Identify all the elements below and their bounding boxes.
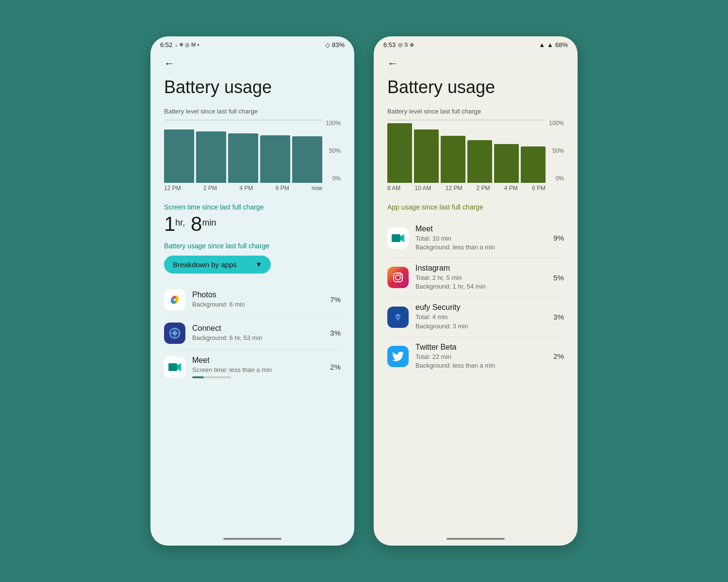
- app-info-connect: Connect Background: 6 hr, 53 min: [192, 324, 320, 342]
- content-right: ← Battery usage Battery level since last…: [374, 51, 578, 534]
- right-phone: 6:53 ◎ S ⊕ ▲ ▲ 68% ← Battery usage Batte…: [374, 36, 578, 546]
- progress-bar-meet: [192, 376, 231, 378]
- app-list-right: Meet Total: 10 min Background: less than…: [387, 219, 564, 376]
- app-info-photos: Photos Background: 6 min: [192, 291, 320, 309]
- app-percent-meet-right: 9%: [549, 234, 564, 242]
- x-6pm: 6 PM: [276, 185, 289, 192]
- progress-bar-fill: [192, 376, 204, 378]
- battery-left: 83%: [332, 41, 345, 48]
- wifi-icon-left: ◇: [325, 41, 330, 48]
- time-left: 6:52: [160, 41, 172, 48]
- app-name-eufy: eufy Security: [415, 303, 544, 312]
- app-icon-eufy: [387, 307, 409, 328]
- page-title-left: Battery usage: [164, 78, 341, 97]
- app-item-connect[interactable]: Connect Background: 6 hr, 53 min 3%: [164, 317, 341, 350]
- chart-label-right: Battery level since last full charge: [387, 108, 564, 115]
- battery-right: 68%: [555, 41, 568, 48]
- svg-rect-6: [168, 363, 177, 371]
- app-list-left: Photos Background: 6 min 7%: [164, 283, 341, 384]
- status-bar-left: 6:52 ↓ ❄ ◎ M • ◇ 83%: [150, 36, 354, 51]
- app-item-meet-left[interactable]: Meet Screen time: less than a min 2%: [164, 350, 341, 384]
- app-name-instagram: Instagram: [415, 264, 544, 273]
- x-6pm-r: 6 PM: [532, 185, 546, 192]
- status-time-left: 6:52 ↓ ❄ ◎ M •: [160, 41, 199, 48]
- app-item-instagram[interactable]: Instagram Total: 2 hr, 5 min Background:…: [387, 258, 564, 297]
- x-12pm-r: 12 PM: [446, 185, 463, 192]
- rbar-2: [414, 129, 439, 183]
- chart-bars-left: [164, 120, 322, 183]
- x-8am: 8 AM: [387, 185, 400, 192]
- breakdown-button[interactable]: Breakdown by apps ▼: [164, 256, 271, 274]
- app-detail2-twitter: Background: less than a min: [415, 361, 544, 370]
- y-labels-right: 100% 50% 0%: [549, 120, 564, 182]
- app-name-meet-right: Meet: [415, 225, 544, 233]
- app-item-photos[interactable]: Photos Background: 6 min 7%: [164, 283, 341, 317]
- x-2pm-r: 2 PM: [477, 185, 490, 192]
- svg-point-1: [172, 331, 177, 336]
- chart-label-left: Battery level since last full charge: [164, 108, 341, 115]
- rbar-6: [521, 146, 546, 183]
- app-percent-eufy: 3%: [549, 313, 564, 321]
- app-detail-meet-left: Screen time: less than a min: [192, 366, 320, 374]
- svg-marker-9: [400, 234, 404, 242]
- app-item-meet-right[interactable]: Meet Total: 10 min Background: less than…: [387, 219, 564, 258]
- app-name-photos: Photos: [192, 291, 320, 299]
- app-icon-instagram: [387, 267, 409, 288]
- status-icons-right: ◎ S ⊕: [398, 42, 414, 48]
- app-info-meet-left: Meet Screen time: less than a min: [192, 356, 320, 378]
- y-0: 0%: [332, 175, 341, 182]
- page-title-right: Battery usage: [387, 78, 564, 97]
- rbar-5: [494, 144, 519, 183]
- bar-5: [292, 136, 322, 182]
- rbar-3: [441, 136, 465, 183]
- home-indicator-left: [223, 538, 281, 540]
- app-percent-twitter: 2%: [549, 352, 564, 360]
- status-icons-left: ↓ ❄ ◎ M •: [175, 42, 199, 48]
- y-0-right: 0%: [556, 175, 564, 182]
- app-detail2-eufy: Background: 3 min: [415, 322, 544, 331]
- svg-point-12: [400, 274, 402, 275]
- svg-marker-7: [177, 363, 181, 371]
- screen-time-mins: 8: [191, 212, 202, 235]
- app-percent-connect: 3%: [326, 329, 341, 337]
- x-labels-left: 12 PM 2 PM 4 PM 6 PM now: [164, 183, 322, 192]
- app-usage-label: App usage since last full charge: [387, 203, 564, 211]
- back-button-right[interactable]: ←: [387, 57, 403, 70]
- app-item-eufy[interactable]: eufy Security Total: 4 min Background: 3…: [387, 297, 564, 337]
- app-detail2-instagram: Background: 1 hr, 54 min: [415, 282, 544, 291]
- bar-4: [260, 135, 290, 183]
- y-labels-left: 100% 50% 0%: [326, 120, 341, 182]
- app-name-connect: Connect: [192, 324, 320, 333]
- app-detail2-meet-right: Background: less than a min: [415, 243, 544, 252]
- chevron-down-icon: ▼: [255, 260, 262, 268]
- y-100-right: 100%: [549, 120, 564, 127]
- bar-2: [196, 131, 226, 183]
- hr-unit: hr,: [175, 218, 185, 227]
- x-4pm: 4 PM: [239, 185, 253, 192]
- y-100: 100%: [326, 120, 341, 127]
- app-icon-meet-right: [387, 227, 409, 249]
- app-info-instagram: Instagram Total: 2 hr, 5 min Background:…: [415, 264, 544, 291]
- min-unit: min: [202, 218, 216, 227]
- app-detail1-instagram: Total: 2 hr, 5 min: [415, 274, 544, 282]
- status-right-left: ◇ 83%: [325, 41, 345, 48]
- x-2pm: 2 PM: [203, 185, 217, 192]
- screen-time-hrs: 1: [164, 212, 175, 235]
- rbar-1: [387, 123, 412, 183]
- home-indicator-right: [447, 538, 505, 540]
- app-info-meet-right: Meet Total: 10 min Background: less than…: [415, 225, 544, 252]
- app-percent-meet-left: 2%: [326, 363, 341, 371]
- status-time-right: 6:53 ◎ S ⊕: [383, 41, 414, 48]
- battery-chart-right: 100% 50% 0% 8 AM 10 AM 12 PM 2 PM 4 PM 6…: [387, 120, 564, 192]
- back-button-left[interactable]: ←: [164, 57, 180, 70]
- app-detail-photos: Background: 6 min: [192, 300, 320, 309]
- x-10am: 10 AM: [415, 185, 431, 192]
- y-50: 50%: [329, 147, 341, 154]
- left-phone: 6:52 ↓ ❄ ◎ M • ◇ 83% ← Battery usage Bat…: [150, 36, 354, 546]
- app-percent-instagram: 5%: [549, 274, 564, 282]
- app-item-twitter[interactable]: Twitter Beta Total: 22 min Background: l…: [387, 337, 564, 376]
- app-icon-meet-left: [164, 356, 185, 378]
- app-info-eufy: eufy Security Total: 4 min Background: 3…: [415, 303, 544, 330]
- app-icon-photos: [164, 289, 185, 310]
- app-name-twitter: Twitter Beta: [415, 343, 544, 352]
